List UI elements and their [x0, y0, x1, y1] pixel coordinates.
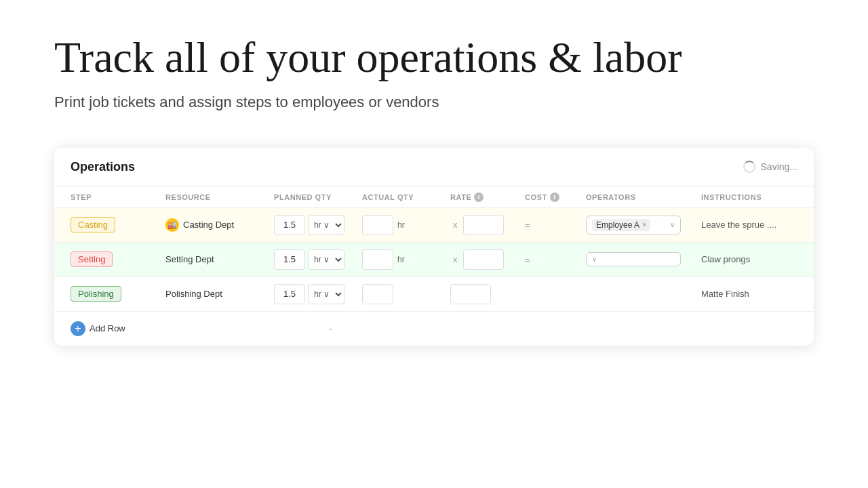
col-resource: RESOURCE	[165, 192, 274, 202]
rate-cell-setting: x	[450, 249, 525, 270]
equals-symbol: =	[525, 220, 530, 230]
operator-tag-employee-a[interactable]: Employee A ×	[592, 219, 650, 231]
col-rate: RATE i	[450, 192, 525, 202]
badge-polishing[interactable]: Polishing	[71, 286, 121, 302]
operator-dropdown-arrow[interactable]: ∨	[670, 221, 675, 228]
col-actual-qty: ACTUAL QTY	[362, 192, 450, 202]
resource-cell-setting: Setting Dept	[165, 254, 274, 264]
equals-symbol-setting: =	[525, 255, 530, 265]
actual-qty-input-setting[interactable]	[362, 249, 393, 270]
saving-label: Saving...	[761, 161, 797, 172]
hero-title: Track all of your operations & labor	[54, 33, 814, 83]
dept-icon-casting: 🏭	[165, 218, 179, 232]
badge-casting[interactable]: Casting	[71, 217, 115, 232]
operator-tag-box-setting[interactable]: ∨	[586, 252, 681, 266]
actual-unit-casting: hr	[397, 220, 405, 230]
resource-name-setting: Setting Dept	[165, 254, 214, 264]
planned-qty-input-polishing[interactable]	[274, 284, 305, 304]
actual-qty-setting: hr	[362, 249, 450, 270]
card-header: Operations Saving...	[54, 148, 814, 187]
multiply-symbol: x	[450, 220, 460, 230]
actual-qty-casting: hr	[362, 215, 450, 235]
add-row-label: Add Row	[90, 323, 125, 333]
step-cell-polishing: Polishing	[71, 286, 165, 302]
badge-setting[interactable]: Setting	[71, 251, 113, 267]
rate-input-polishing[interactable]	[450, 284, 491, 304]
cost-info-icon: i	[550, 192, 559, 202]
rate-input-setting[interactable]	[463, 249, 504, 270]
planned-unit-setting[interactable]: hr ∨	[308, 249, 344, 270]
col-instructions: INSTRUCTIONS	[701, 192, 814, 202]
rate-info-icon: i	[474, 192, 484, 202]
instructions-polishing: Matte Finish	[701, 289, 814, 299]
table-row: Polishing Polishing Dept hr ∨ Matte Fini…	[54, 277, 814, 312]
planned-unit-casting[interactable]: hr ∨	[308, 215, 344, 235]
instructions-setting: Claw prongs	[701, 254, 814, 264]
planned-qty-setting: hr ∨	[274, 249, 362, 270]
resource-cell-casting: 🏭 Casting Dept	[165, 218, 274, 232]
operator-tag-box-casting[interactable]: Employee A × ∨	[586, 216, 681, 235]
add-row-button[interactable]: + Add Row	[71, 321, 125, 336]
col-operators: OPERATORS	[586, 192, 701, 202]
table-header: STEP RESOURCE PLANNED QTY ACTUAL QTY RAT…	[54, 187, 814, 208]
rate-input-casting[interactable]	[463, 215, 504, 235]
actual-qty-input-casting[interactable]	[362, 215, 393, 235]
planned-qty-input-setting[interactable]	[274, 249, 305, 270]
resource-name-polishing: Polishing Dept	[165, 289, 222, 299]
actual-qty-polishing	[362, 284, 450, 304]
dash-text: -	[329, 323, 332, 334]
operators-cell-setting[interactable]: ∨	[586, 252, 701, 266]
add-row-section: + Add Row -	[54, 312, 814, 346]
table-row: Setting Setting Dept hr ∨ hr x = ∨ Claw …	[54, 243, 814, 277]
operations-card: Operations Saving... STEP RESOURCE PLANN…	[54, 148, 814, 346]
planned-unit-polishing[interactable]: hr ∨	[308, 284, 344, 304]
cost-cell-setting: =	[525, 253, 586, 266]
hero-section: Track all of your operations & labor Pri…	[0, 0, 868, 131]
tag-remove-employee-a[interactable]: ×	[642, 221, 646, 228]
actual-qty-input-polishing[interactable]	[362, 284, 393, 304]
cost-cell-casting: =	[525, 219, 586, 231]
operator-dropdown-arrow-setting[interactable]: ∨	[592, 256, 597, 263]
multiply-symbol-setting: x	[450, 254, 460, 264]
instructions-casting: Leave the sprue ....	[701, 220, 814, 230]
step-cell-casting: Casting	[71, 217, 165, 232]
hero-subtitle: Print job tickets and assign steps to em…	[54, 94, 814, 111]
rate-cell-polishing	[450, 284, 525, 304]
saving-spinner-icon	[743, 161, 755, 173]
actual-unit-setting: hr	[397, 255, 405, 264]
resource-name-casting: Casting Dept	[183, 220, 234, 230]
planned-qty-casting: hr ∨	[274, 215, 362, 235]
saving-indicator: Saving...	[743, 161, 797, 173]
step-cell-setting: Setting	[71, 251, 165, 267]
table-row: Casting 🏭 Casting Dept hr ∨ hr x = Emplo	[54, 208, 814, 243]
col-step: STEP	[71, 192, 165, 202]
rate-cell-casting: x	[450, 215, 525, 235]
employee-label: Employee A	[596, 220, 639, 230]
add-icon: +	[71, 321, 85, 336]
col-planned-qty: PLANNED QTY	[274, 192, 362, 202]
planned-qty-polishing: hr ∨	[274, 284, 362, 304]
operators-cell-casting[interactable]: Employee A × ∨	[586, 216, 701, 235]
col-cost: COST i	[525, 192, 586, 202]
card-title: Operations	[71, 160, 135, 174]
planned-qty-input-casting[interactable]	[274, 215, 305, 235]
resource-cell-polishing: Polishing Dept	[165, 289, 274, 299]
